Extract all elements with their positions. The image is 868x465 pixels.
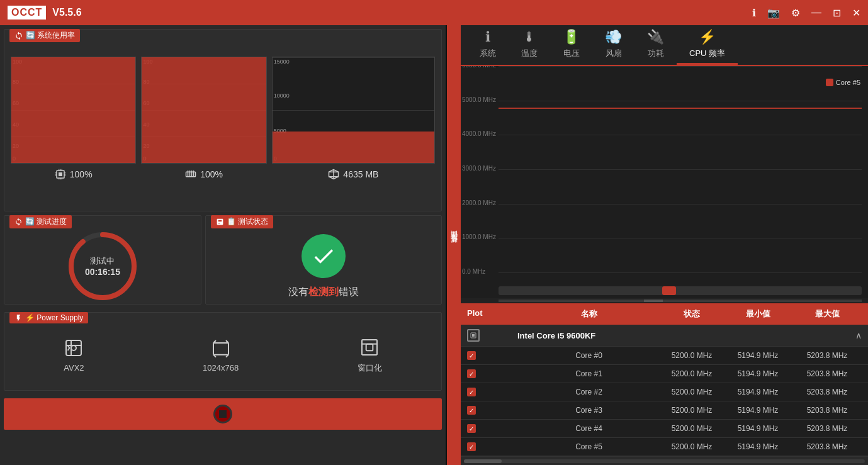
th-min: 最小值 [723,308,792,320]
scroll-inner-thumb[interactable] [644,300,663,302]
minimize-button[interactable]: — [811,7,821,18]
cpu-usage-value: 100% [70,169,93,179]
checkbox-2[interactable] [467,388,476,396]
th-plot: Plot [467,308,517,320]
power-tab-label: 功耗 [648,48,664,59]
gridline-4000: 4000.0 MHz [499,135,862,135]
settings-icon[interactable]: ⚙ [791,7,800,19]
y-label: 15000 [274,59,290,65]
td-min-3: 5194.9 MHz [723,406,792,415]
bottom-scroll-thumb[interactable] [464,459,502,463]
td-max-4: 5203.8 MHz [792,424,862,433]
mem-usage-value: 100% [200,169,223,179]
progress-content: 测试中 00:16:15 [4,216,201,304]
th-name: 名称 [517,308,660,320]
vram-value: 4635 MB [328,169,378,180]
tab-fan[interactable]: 💨 风扇 [592,25,634,65]
timer-display: 00:16:15 [85,267,120,277]
system-tab-label: 系统 [480,48,496,59]
scroll-track[interactable] [499,300,862,302]
svg-rect-34 [472,334,475,337]
tab-cpu-freq[interactable]: ⚡ CPU 频率 [677,25,738,65]
checkbox-1[interactable] [467,369,476,378]
tab-temperature[interactable]: 🌡 温度 [509,25,550,65]
checkbox-4[interactable] [467,424,476,433]
scrollbar-thumb[interactable] [662,286,676,295]
mem-chart: 100 80 60 40 20 0 [141,57,266,164]
freq-label-1000: 1000.0 MHz [462,233,496,240]
status-label: 📋 测试状态 [211,215,273,228]
main-layout: 🔄 系统使用率 100 80 60 [0,25,868,465]
bottom-scrollbar[interactable] [461,456,868,465]
tab-voltage[interactable]: 🔋 电压 [550,25,592,65]
th-status: 状态 [660,308,723,320]
vram-fill [273,132,434,163]
restore-button[interactable]: ⊡ [833,7,841,19]
status-label-text: 📋 测试状态 [227,216,268,227]
td-plot-3 [467,406,517,415]
td-status-3: 5200.0 MHz [660,406,723,415]
td-status-0: 5200.0 MHz [660,351,723,360]
freq-label-5000: 5000.0 MHz [462,96,496,103]
table-group-row: Intel Core i5 9600KF ∧ [461,325,868,347]
svg-rect-30 [213,343,228,355]
vram-icon [328,169,339,180]
power-label: ⚡ Power Supply [9,312,88,323]
chart-scrollbar[interactable] [499,286,862,295]
td-status-1: 5200.0 MHz [660,369,723,378]
side-tab-text: 暂停监控控面 [449,242,459,249]
close-button[interactable]: ✕ [852,7,860,19]
checkbox-5[interactable] [467,442,476,451]
checkbox-3[interactable] [467,406,476,415]
collapse-icon[interactable]: ∧ [855,330,862,340]
td-name-5: Core #5 [517,442,660,451]
power-item-avx2: AVX2 [64,338,84,373]
bottom-scroll-track[interactable] [464,459,865,463]
stop-button[interactable] [4,398,442,430]
cpu-icon [55,169,66,180]
checkbox-0[interactable] [467,351,476,360]
tabs-bar: ℹ 系统 🌡 温度 🔋 电压 💨 风扇 🔌 功耗 ⚡ CPU 频率 [461,25,868,66]
td-name-2: Core #2 [517,388,660,396]
power-label-text: ⚡ Power Supply [25,313,83,322]
gridline [273,57,434,58]
td-name-4: Core #4 [517,424,660,433]
temp-tab-label: 温度 [521,48,538,59]
freq-active-line [499,108,862,109]
avx2-icon [64,338,84,358]
table-row: Core #0 5200.0 MHz 5194.9 MHz 5203.8 MHz [461,347,868,365]
status-content: 没有检测到错误 [206,216,441,304]
status-card: 📋 测试状态 没有检测到错误 [205,215,442,305]
window-label: 窗口化 [358,362,382,374]
vram-usage-value: 4635 MB [343,169,378,179]
cpu-icon [470,332,477,339]
testing-label: 测试中 [85,255,120,267]
fan-tab-icon: 💨 [605,29,622,45]
stop-square [219,410,227,418]
cpu-freq-tab-label: CPU 频率 [689,48,725,59]
svg-rect-31 [362,340,377,355]
side-tab[interactable]: 暂停监控控面 [447,25,461,465]
gridline-5000: 5000.0 MHz [499,101,862,101]
scroll-row [461,298,868,303]
cpu-chart-container: 100 80 60 40 20 0 100% [11,57,136,195]
info-icon[interactable]: ℹ [752,7,756,19]
td-name-0: Core #0 [517,351,660,360]
td-min-1: 5194.9 MHz [723,369,792,378]
tab-system[interactable]: ℹ 系统 [467,25,509,65]
td-plot-2 [467,388,517,396]
td-max-2: 5203.8 MHz [792,388,862,396]
camera-icon[interactable]: 📷 [767,7,780,19]
gridline-6000: 6000.0 MHz [499,66,862,67]
title-controls: ℹ 📷 ⚙ — ⊡ ✕ [752,7,860,19]
group-name: Intel Core i5 9600KF [517,331,855,340]
table-row: Core #2 5200.0 MHz 5194.9 MHz 5203.8 MHz [461,383,868,401]
cpu-value: 100% [55,169,93,180]
tab-power[interactable]: 🔌 功耗 [634,25,677,65]
freq-gridlines: 6000.0 MHz 5000.0 MHz 4000.0 MHz 3000.0 … [499,66,862,273]
power-tab-icon: 🔌 [647,29,664,45]
system-tab-icon: ℹ [485,29,490,45]
freq-label-4000: 4000.0 MHz [462,130,496,137]
status-highlight: 检测到 [308,286,339,297]
title-left: OCCT V5.5.6 [8,6,82,20]
